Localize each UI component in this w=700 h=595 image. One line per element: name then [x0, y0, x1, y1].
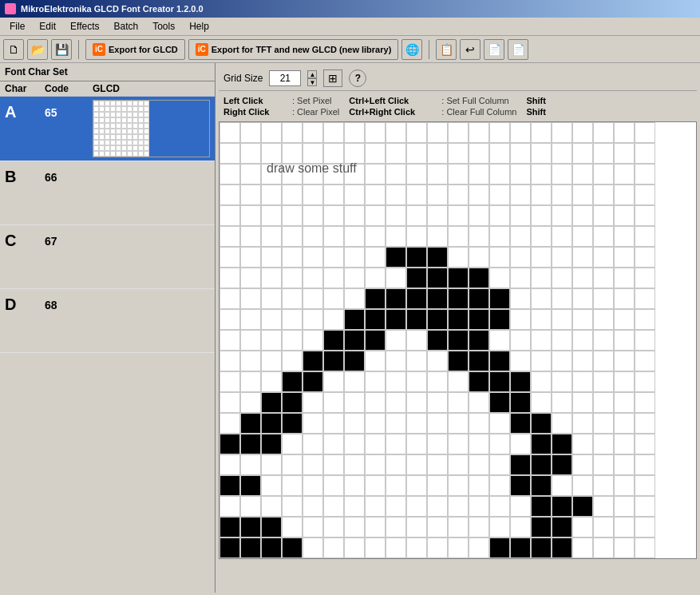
pixel-cell[interactable] [531, 517, 552, 537]
pixel-cell[interactable] [240, 184, 261, 205]
pixel-cell[interactable] [219, 434, 240, 454]
pixel-cell[interactable] [282, 184, 303, 205]
pixel-cell[interactable] [365, 184, 386, 205]
pixel-cell[interactable] [489, 205, 510, 226]
pixel-cell[interactable] [427, 288, 448, 309]
pixel-cell[interactable] [552, 392, 572, 413]
menu-effects[interactable]: Effects [64, 19, 105, 34]
pixel-cell[interactable] [282, 392, 303, 413]
pixel-cell[interactable] [406, 434, 427, 454]
pixel-cell[interactable] [219, 475, 240, 496]
pixel-cell[interactable] [386, 454, 406, 475]
pixel-cell[interactable] [386, 351, 406, 371]
pixel-cell[interactable] [552, 226, 572, 247]
pixel-cell[interactable] [261, 392, 282, 413]
pixel-cell[interactable] [489, 517, 510, 537]
pixel-cell[interactable] [469, 475, 489, 496]
pixel-cell[interactable] [406, 268, 427, 288]
pixel-cell[interactable] [572, 309, 593, 330]
pixel-cell[interactable] [448, 496, 469, 517]
pixel-cell[interactable] [572, 537, 593, 558]
pixel-cell[interactable] [593, 371, 614, 392]
pixel-cell[interactable] [469, 226, 489, 247]
pixel-cell[interactable] [240, 475, 261, 496]
pixel-cell[interactable] [572, 434, 593, 454]
pixel-cell[interactable] [240, 371, 261, 392]
pixel-cell[interactable] [282, 330, 303, 351]
pixel-cell[interactable] [489, 434, 510, 454]
pixel-cell[interactable] [386, 247, 406, 268]
pixel-cell[interactable] [219, 330, 240, 351]
pixel-cell[interactable] [572, 413, 593, 434]
pixel-cell[interactable] [469, 247, 489, 268]
pixel-cell[interactable] [344, 309, 365, 330]
pixel-cell[interactable] [261, 143, 282, 164]
pixel-cell[interactable] [386, 164, 406, 184]
pixel-cell[interactable] [386, 392, 406, 413]
pixel-cell[interactable] [261, 268, 282, 288]
pixel-cell[interactable] [406, 454, 427, 475]
pixel-cell[interactable] [427, 309, 448, 330]
pixel-cell[interactable] [240, 537, 261, 558]
pixel-cell[interactable] [593, 247, 614, 268]
pixel-cell[interactable] [427, 164, 448, 184]
pixel-cell[interactable] [303, 496, 323, 517]
pixel-cell[interactable] [282, 454, 303, 475]
pixel-cell[interactable] [386, 517, 406, 537]
pixel-cell[interactable] [303, 205, 323, 226]
pixel-cell[interactable] [510, 164, 531, 184]
pixel-cell[interactable] [261, 454, 282, 475]
pixel-cell[interactable] [427, 371, 448, 392]
pixel-cell[interactable] [572, 164, 593, 184]
pixel-cell[interactable] [635, 351, 655, 371]
pixel-cell[interactable] [448, 371, 469, 392]
pixel-cell[interactable] [469, 392, 489, 413]
pixel-cell[interactable] [469, 288, 489, 309]
pixel-cell[interactable] [219, 392, 240, 413]
copy-button[interactable]: 📄 [484, 39, 504, 60]
pixel-cell[interactable] [240, 413, 261, 434]
pixel-cell[interactable] [469, 330, 489, 351]
pixel-cell[interactable] [282, 143, 303, 164]
pixel-cell[interactable] [531, 537, 552, 558]
pixel-cell[interactable] [406, 413, 427, 434]
pixel-cell[interactable] [365, 143, 386, 164]
pixel-cell[interactable] [510, 537, 531, 558]
pixel-cell[interactable] [635, 143, 655, 164]
pixel-grid[interactable] [219, 121, 697, 559]
pixel-cell[interactable] [303, 371, 323, 392]
char-item-a[interactable]: A65 [0, 97, 215, 161]
pixel-cell[interactable] [469, 309, 489, 330]
pixel-cell[interactable] [303, 537, 323, 558]
pixel-cell[interactable] [552, 517, 572, 537]
pixel-cell[interactable] [593, 184, 614, 205]
pixel-cell[interactable] [303, 309, 323, 330]
pixel-cell[interactable] [614, 351, 635, 371]
pixel-cell[interactable] [323, 496, 344, 517]
pixel-cell[interactable] [469, 268, 489, 288]
pixel-cell[interactable] [344, 143, 365, 164]
pixel-cell[interactable] [531, 309, 552, 330]
pixel-cell[interactable] [531, 351, 552, 371]
pixel-cell[interactable] [448, 309, 469, 330]
pixel-cell[interactable] [282, 475, 303, 496]
pixel-cell[interactable] [303, 184, 323, 205]
pixel-cell[interactable] [282, 226, 303, 247]
pixel-cell[interactable] [344, 247, 365, 268]
pixel-cell[interactable] [282, 309, 303, 330]
pixel-cell[interactable] [448, 392, 469, 413]
pixel-cell[interactable] [406, 309, 427, 330]
pixel-cell[interactable] [531, 184, 552, 205]
pixel-cell[interactable] [510, 309, 531, 330]
pixel-cell[interactable] [427, 454, 448, 475]
pixel-cell[interactable] [323, 392, 344, 413]
pixel-cell[interactable] [448, 454, 469, 475]
pixel-cell[interactable] [614, 475, 635, 496]
pixel-cell[interactable] [323, 268, 344, 288]
pixel-cell[interactable] [427, 143, 448, 164]
pixel-cell[interactable] [614, 454, 635, 475]
pixel-cell[interactable] [572, 454, 593, 475]
pixel-cell[interactable] [448, 164, 469, 184]
pixel-cell[interactable] [593, 413, 614, 434]
pixel-cell[interactable] [240, 143, 261, 164]
